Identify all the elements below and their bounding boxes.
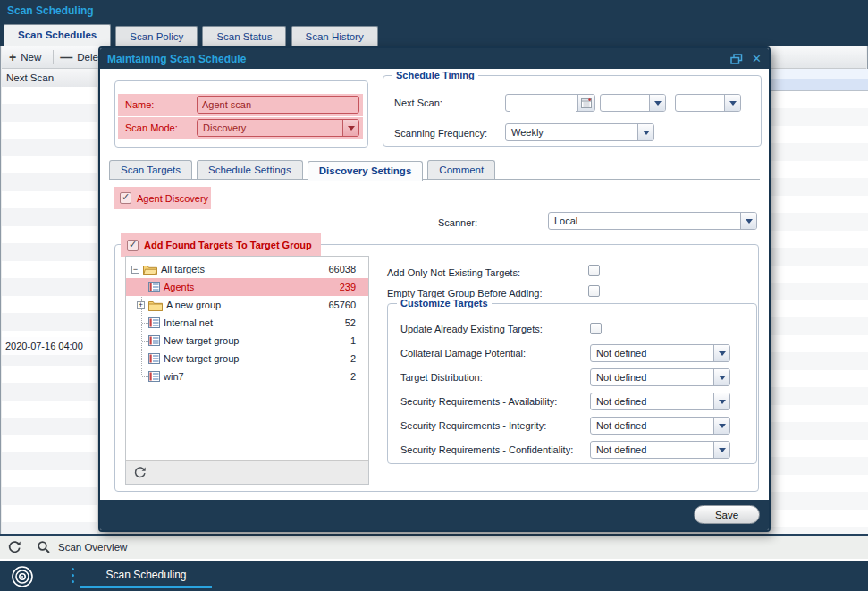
collateral-damage-label: Collateral Damage Potential:	[400, 344, 526, 362]
chevron-down-icon[interactable]	[713, 345, 729, 361]
restore-icon[interactable]	[730, 54, 743, 64]
dialog-body: Name: Scan Mode: Discovery Schedule Timi…	[100, 69, 769, 500]
column-header-next-scan[interactable]: Next Scan	[2, 69, 97, 88]
chevron-down-icon[interactable]	[713, 418, 729, 434]
tree-item-a-new-group[interactable]: + A new group 65760	[126, 296, 368, 314]
scan-mode-row-highlight: Scan Mode: Discovery	[118, 117, 363, 139]
new-button[interactable]: + New	[9, 51, 41, 63]
tree-item-agents[interactable]: Agents 239	[126, 278, 368, 296]
collapse-icon[interactable]: −	[131, 266, 139, 274]
window-titlebar: Scan Scheduling	[0, 0, 868, 21]
tab-scan-targets[interactable]: Scan Targets	[109, 160, 192, 179]
scan-mode-label: Scan Mode:	[125, 117, 178, 139]
target-group-icon	[148, 335, 160, 346]
chevron-down-icon[interactable]	[713, 442, 729, 458]
schedule-row-date[interactable]: 2020-07-16 04:00	[2, 337, 97, 355]
folder-closed-icon	[148, 300, 163, 311]
target-distribution-label: Target Distribution:	[400, 368, 483, 386]
agent-discovery-label: Agent Discovery	[137, 193, 208, 204]
update-existing-label: Update Already Existing Targets:	[400, 320, 543, 338]
tree-item-new-target-group-2[interactable]: New target group 2	[126, 350, 368, 367]
chevron-down-icon[interactable]	[637, 124, 653, 140]
chevron-down-icon[interactable]	[724, 95, 740, 111]
tab-schedule-settings[interactable]: Schedule Settings	[197, 160, 303, 179]
target-group-tree: − All targets 66038 Age	[125, 256, 369, 485]
tab-comment[interactable]: Comment	[427, 160, 495, 179]
new-button-label: New	[21, 52, 41, 63]
scanning-frequency-select[interactable]: Weekly	[505, 123, 654, 141]
search-icon[interactable]	[37, 540, 51, 554]
taskbar-dots-icon	[72, 568, 74, 583]
next-scan-date-field[interactable]	[505, 94, 595, 112]
tree-item-internal-net[interactable]: Internal net 52	[126, 314, 368, 332]
tree-footer-bar	[126, 460, 368, 484]
security-availability-select[interactable]: Not defined	[590, 393, 730, 410]
folder-open-icon	[143, 264, 157, 275]
tree-item-win7[interactable]: win7 2	[126, 367, 368, 385]
security-confidentiality-label: Security Requirements - Confidentiality:	[400, 441, 573, 459]
scan-mode-select[interactable]: Discovery	[197, 119, 359, 137]
scanner-select[interactable]: Local	[548, 212, 757, 230]
taskbar-tab-scan-scheduling[interactable]: Scan Scheduling	[80, 564, 212, 588]
chevron-down-icon[interactable]	[713, 369, 729, 385]
table-rows-strip	[769, 91, 868, 534]
chevron-down-icon[interactable]	[342, 120, 358, 136]
security-integrity-label: Security Requirements - Integrity:	[400, 417, 546, 435]
empty-target-group-checkbox[interactable]	[588, 285, 600, 297]
security-availability-label: Security Requirements - Availability:	[400, 393, 557, 410]
collateral-damage-select[interactable]: Not defined	[590, 344, 730, 362]
security-integrity-select[interactable]: Not defined	[590, 417, 730, 435]
main-tab-bar: Scan Schedules Scan Policy Scan Status S…	[0, 21, 868, 46]
app-window: Scan Scheduling Scan Schedules Scan Poli…	[0, 0, 868, 591]
selected-row-strip	[769, 79, 868, 91]
close-icon[interactable]: ✕	[752, 53, 762, 64]
plus-icon: +	[9, 51, 16, 63]
add-found-targets-checkbox[interactable]	[127, 240, 139, 251]
tab-discovery-settings[interactable]: Discovery Settings	[308, 161, 424, 181]
target-group-icon	[148, 282, 160, 292]
schedule-timing-legend: Schedule Timing	[392, 70, 478, 81]
tab-scan-status[interactable]: Scan Status	[202, 26, 286, 46]
scanning-frequency-label: Scanning Frequency:	[394, 124, 487, 142]
agent-discovery-checkbox[interactable]	[120, 192, 131, 204]
target-group-icon	[148, 353, 160, 364]
tree-item-new-target-group-1[interactable]: New target group 1	[126, 332, 368, 350]
add-only-not-existing-label: Add Only Not Existing Targets:	[387, 264, 520, 282]
chevron-down-icon[interactable]	[713, 393, 729, 409]
status-bar: Scan Overview	[0, 534, 868, 559]
refresh-icon[interactable]	[133, 466, 147, 479]
customize-targets-legend: Customize Targets	[397, 298, 492, 309]
refresh-icon[interactable]	[7, 540, 21, 554]
schedule-list-rows[interactable]: 2020-07-16 04:00	[2, 87, 97, 534]
customize-targets-fieldset: Customize Targets Update Already Existin…	[387, 303, 757, 464]
save-button[interactable]: Save	[694, 505, 760, 524]
target-group-icon	[148, 371, 160, 382]
name-input[interactable]	[197, 96, 359, 114]
target-distribution-select[interactable]: Not defined	[590, 368, 730, 386]
bullseye-icon[interactable]	[11, 565, 34, 590]
next-scan-hour-select[interactable]	[600, 94, 666, 112]
update-existing-checkbox[interactable]	[590, 323, 602, 334]
expand-icon[interactable]: +	[137, 301, 145, 309]
chevron-down-icon[interactable]	[649, 95, 665, 111]
calendar-icon[interactable]	[577, 95, 594, 111]
tab-scan-history[interactable]: Scan History	[291, 26, 378, 46]
dialog-tab-bar: Scan Targets Schedule Settings Discovery…	[109, 159, 760, 180]
dialog-title: Maintaining Scan Schedule	[107, 53, 246, 65]
tree-item-all-targets[interactable]: − All targets 66038	[126, 260, 368, 278]
next-scan-minute-select[interactable]	[675, 94, 741, 112]
tab-scan-policy[interactable]: Scan Policy	[115, 26, 198, 46]
dialog-titlebar[interactable]: Maintaining Scan Schedule ✕	[100, 48, 769, 69]
statusbar-divider	[29, 540, 29, 554]
scan-overview-button[interactable]: Scan Overview	[58, 542, 127, 553]
next-scan-date-input[interactable]	[510, 96, 576, 112]
schedule-table-right-edge	[769, 69, 868, 534]
security-confidentiality-select[interactable]: Not defined	[590, 441, 730, 459]
agent-discovery-option: Agent Discovery	[114, 187, 211, 209]
toolbar-divider	[53, 50, 54, 64]
name-row-highlight: Name:	[118, 94, 363, 116]
tab-scan-schedules[interactable]: Scan Schedules	[4, 24, 111, 46]
add-only-not-existing-checkbox[interactable]	[588, 265, 600, 276]
delete-button[interactable]: — Dele	[60, 51, 98, 63]
chevron-down-icon[interactable]	[740, 213, 756, 229]
